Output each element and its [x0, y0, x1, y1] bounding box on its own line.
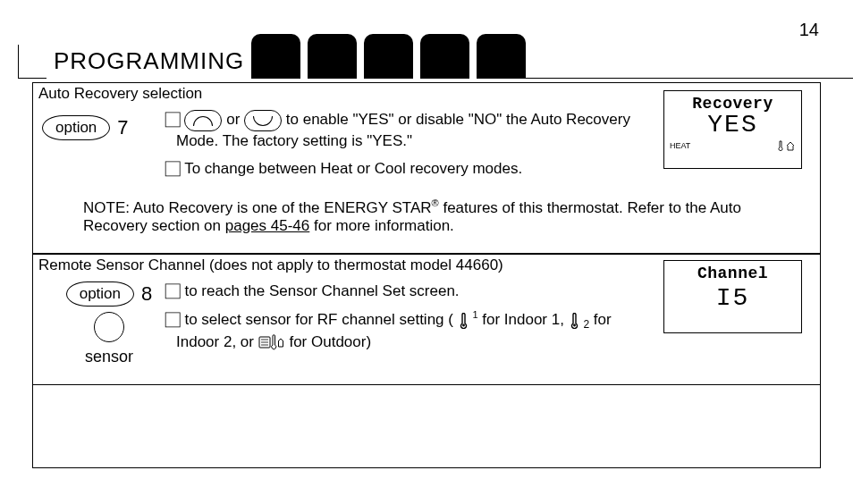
or-text: or [226, 111, 240, 128]
note-text: NOTE: Auto Recovery is one of the ENERGY… [33, 192, 820, 246]
thumb-tab [477, 34, 526, 79]
lcd-line1: Recovery [670, 95, 796, 113]
footer-spacer [33, 385, 820, 416]
superscript-1: 1 [472, 309, 477, 320]
option-number: 8 [141, 282, 152, 306]
outdoor-sensor-icon [258, 333, 290, 350]
option-number: 7 [117, 116, 128, 139]
thermometer-icon [569, 311, 584, 328]
instructions: ⃞ or to enable "YES" or disable "NO" the… [176, 110, 641, 187]
option-button[interactable]: option [66, 281, 134, 307]
instruction-text: To change between Heat or Cool recovery … [184, 160, 522, 177]
instruction-text: to reach the Sensor Channel Set screen. [184, 282, 459, 299]
option-button[interactable]: option [42, 115, 110, 140]
up-button[interactable] [184, 110, 222, 131]
header-rule-left [18, 45, 46, 79]
instr-part-a: to select sensor for RF channel setting … [184, 311, 452, 328]
instr-part-d: for Outdoor) [289, 333, 371, 350]
instr-part-b: for Indoor 1, [482, 311, 564, 328]
header-rule-right [526, 78, 853, 79]
svg-point-0 [462, 323, 465, 326]
manual-page: 14 PROGRAMMING Auto Recovery selection R… [0, 0, 853, 504]
option-sensor-group: option 8 sensor [42, 281, 176, 366]
registered-mark: ® [432, 197, 439, 208]
lcd-heat-label: HEAT [670, 141, 690, 150]
thermometer-icon [458, 311, 473, 328]
page-header: PROGRAMMING [18, 34, 853, 79]
thumb-tab [420, 34, 469, 79]
svg-point-1 [573, 323, 576, 326]
sensor-button[interactable] [94, 312, 124, 342]
note-part3: for more information. [309, 217, 454, 234]
lcd-line2: I5 [670, 284, 796, 312]
section-auto-recovery: Auto Recovery selection Recovery YES HEA… [33, 83, 820, 254]
subscript-2: 2 [583, 319, 589, 332]
content-frame: Auto Recovery selection Recovery YES HEA… [32, 82, 821, 468]
lcd-preview-recovery: Recovery YES HEAT [663, 90, 802, 169]
option-label-group: option 7 [42, 110, 176, 140]
sensor-label: sensor [85, 348, 133, 366]
thermometer-house-icon [778, 140, 796, 151]
lcd-line1: Channel [670, 265, 796, 282]
page-title: PROGRAMMING [46, 47, 251, 79]
arc-down-icon [253, 116, 273, 126]
note-part1: NOTE: Auto Recovery is one of the ENERGY… [83, 199, 432, 216]
section-remote-sensor: Remote Sensor Channel (does not apply to… [33, 254, 820, 385]
thumb-tab [251, 34, 300, 79]
thumb-tab [308, 34, 357, 79]
page-reference-link[interactable]: pages 45-46 [225, 217, 310, 234]
down-button[interactable] [244, 110, 282, 131]
lcd-footer: HEAT [670, 139, 796, 151]
thumb-tab [364, 34, 413, 79]
arc-up-icon [193, 116, 213, 126]
instructions: ⃞ to reach the Sensor Channel Set screen… [176, 281, 641, 360]
lcd-line2: YES [670, 111, 796, 139]
thumb-tabs [251, 34, 526, 79]
lcd-preview-channel: Channel I5 [663, 260, 802, 333]
